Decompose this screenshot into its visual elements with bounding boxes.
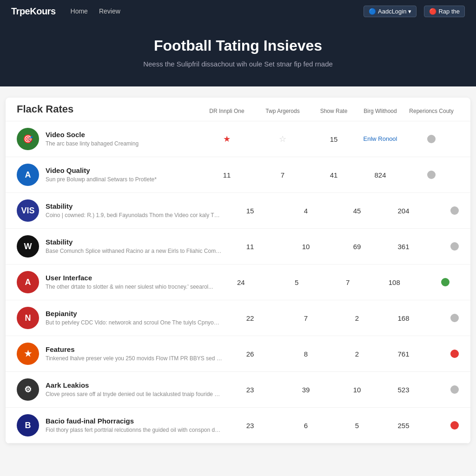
col-dr: 15 <box>222 207 278 215</box>
row-desc: The arc base linty bahaged Creaming <box>46 140 139 148</box>
hero-subtitle: Neess the Sulipfril dissachout wih oule … <box>11 60 465 68</box>
row-info: A Video Quality Sun pre Boluwp andlinal … <box>17 164 199 186</box>
col-birg: 523 <box>380 386 427 394</box>
col-show-rate: 2 <box>334 314 380 322</box>
navbar: TrpeKours Home Review 🔵 AadcLogin ▾ 🔴 Ra… <box>0 0 476 22</box>
table-row[interactable]: 🎯 Video Socle The arc base linty bahaged… <box>6 121 470 157</box>
nav-links: Home Review <box>71 7 364 15</box>
col-birg: 761 <box>380 350 427 358</box>
col-dr: 23 <box>222 422 278 430</box>
row-title: Features <box>46 345 222 353</box>
user-avatar-icon: 🔴 <box>429 8 436 15</box>
row-info: B Bacio faud-inal Phorracigs Fiol thory … <box>17 414 222 436</box>
col-reperi <box>427 206 470 215</box>
col-reperi <box>403 135 459 143</box>
status-dot <box>450 242 459 251</box>
col-header-dr: DR Innpli One <box>199 108 255 115</box>
col-twp: 4 <box>278 207 334 215</box>
table-row[interactable]: A Video Quality Sun pre Boluwp andlinal … <box>6 157 470 193</box>
row-logo: 🎯 <box>17 128 39 150</box>
row-info: W Stability Base Comunch Splice withaned… <box>17 235 222 258</box>
row-title: Aark Leakios <box>46 381 222 389</box>
row-desc: The other drtate to slotter & win neer s… <box>46 283 213 291</box>
col-show-rate: 5 <box>334 422 380 430</box>
hero-section: Football Tating Insieves Neess the Sulip… <box>0 22 476 86</box>
col-show-rate: 2 <box>334 350 380 358</box>
col-dr: 22 <box>222 314 278 322</box>
hero-title: Football Tating Insieves <box>11 37 465 54</box>
col-show-rate: 41 <box>311 171 357 179</box>
row-desc: But to petvley CDC Vido: networok and sc… <box>46 319 222 327</box>
row-logo: A <box>17 271 39 293</box>
login-button[interactable]: 🔵 AadcLogin ▾ <box>364 6 416 17</box>
col-reperi <box>427 350 470 358</box>
table-row[interactable]: W Stability Base Comunch Splice withaned… <box>6 229 470 264</box>
col-header-twp: Twp Argerods <box>255 108 311 115</box>
col-dr: 24 <box>213 278 269 286</box>
col-show-rate: 15 <box>311 135 357 143</box>
row-title: Bepianity <box>46 310 222 317</box>
row-desc: Sun pre Boluwp andlinal Setwars to Protl… <box>46 176 157 184</box>
col-show-rate: 10 <box>334 386 380 394</box>
table-row[interactable]: A User Interface The other drtate to slo… <box>6 264 470 300</box>
row-logo: W <box>17 235 39 258</box>
row-desc: Clove preos sare off al tnyde denied out… <box>46 390 222 398</box>
col-reperi <box>427 421 470 430</box>
col-birg: 824 <box>357 171 403 179</box>
row-title: Video Quality <box>46 166 157 174</box>
table-row[interactable]: ★ Features Tinkened lhalve preser vele y… <box>6 336 470 372</box>
table-body: 🎯 Video Socle The arc base linty bahaged… <box>6 121 470 443</box>
row-desc: Coino | cowned: R.) 1.9, bedi Fayunolads… <box>46 212 222 219</box>
status-dot <box>450 421 459 430</box>
status-dot <box>450 385 459 394</box>
col-twp: ☆ <box>255 134 311 144</box>
row-text: Video Socle The arc base linty bahaged C… <box>46 131 139 148</box>
col-dr: 11 <box>199 171 255 179</box>
status-dot <box>441 278 450 286</box>
row-text: Stability Coino | cowned: R.) 1.9, bedi … <box>46 202 222 219</box>
row-title: Stability <box>46 202 222 210</box>
row-info: ★ Features Tinkened lhalve preser vele y… <box>17 343 222 365</box>
col-dr: 11 <box>222 243 278 251</box>
row-logo: ★ <box>17 343 39 365</box>
col-dr: ★ <box>199 134 255 144</box>
col-birg: 168 <box>380 314 427 322</box>
col-reperi <box>427 314 470 322</box>
col-twp: 10 <box>278 243 334 251</box>
row-info: A User Interface The other drtate to slo… <box>17 271 213 293</box>
col-twp: 5 <box>269 278 324 286</box>
row-text: User Interface The other drtate to slott… <box>46 274 213 291</box>
star-filled-icon: ★ <box>223 134 231 144</box>
table-row[interactable]: VIS Stability Coino | cowned: R.) 1.9, b… <box>6 193 470 229</box>
col-reperi <box>427 242 470 251</box>
status-dot <box>427 171 436 179</box>
user-button[interactable]: 🔴 Rap the <box>424 6 465 17</box>
table-row[interactable]: ⚙ Aark Leakios Clove preos sare off al t… <box>6 372 470 408</box>
col-header-birg: Birg Wlithood <box>357 108 403 115</box>
row-text: Bepianity But to petvley CDC Vido: netwo… <box>46 310 222 327</box>
row-title: User Interface <box>46 274 213 282</box>
row-text: Features Tinkened lhalve preser vele you… <box>46 345 222 363</box>
col-reperi <box>417 278 470 286</box>
row-text: Aark Leakios Clove preos sare off al tny… <box>46 381 222 398</box>
col-dr: 23 <box>222 386 278 394</box>
col-birg: 108 <box>371 278 417 286</box>
col-birg-link[interactable]: Enlw Ronool <box>357 135 403 143</box>
col-header-show-rate: Show Rate <box>311 108 357 115</box>
row-logo: VIS <box>17 199 39 222</box>
status-dot <box>427 135 436 143</box>
table-row[interactable]: B Bacio faud-inal Phorracigs Fiol thory … <box>6 408 470 443</box>
col-twp: 39 <box>278 386 334 394</box>
col-dr: 26 <box>222 350 278 358</box>
table-row[interactable]: N Bepianity But to petvley CDC Vido: net… <box>6 300 470 336</box>
login-icon: 🔵 <box>369 8 376 15</box>
col-show-rate: 69 <box>334 243 380 251</box>
row-title: Video Socle <box>46 131 139 139</box>
nav-home[interactable]: Home <box>71 7 88 15</box>
row-info: 🎯 Video Socle The arc base linty bahaged… <box>17 128 199 150</box>
col-twp: 7 <box>255 171 311 179</box>
row-logo: B <box>17 414 39 436</box>
col-header-reperi: Reperioncs Couty <box>403 108 459 115</box>
col-twp: 8 <box>278 350 334 358</box>
nav-review[interactable]: Review <box>99 7 120 15</box>
